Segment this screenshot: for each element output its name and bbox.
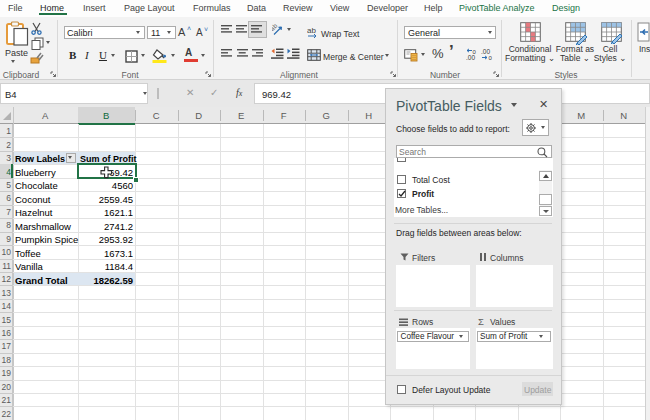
svg-text:.00: .00: [481, 48, 490, 55]
svg-text:ab: ab: [307, 26, 316, 35]
svg-text:.00: .00: [466, 54, 475, 61]
